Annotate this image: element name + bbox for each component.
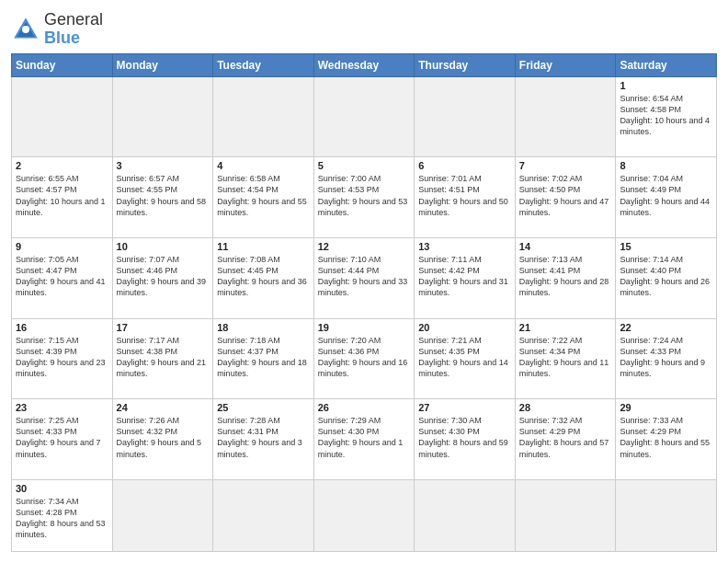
- day-number: 6: [418, 160, 511, 171]
- calendar-cell: [213, 479, 314, 551]
- day-info: Sunrise: 7:24 AM Sunset: 4:33 PM Dayligh…: [620, 335, 712, 380]
- day-number: 29: [620, 402, 712, 413]
- day-info: Sunrise: 7:05 AM Sunset: 4:47 PM Dayligh…: [16, 254, 108, 299]
- calendar-cell: 8Sunrise: 7:04 AM Sunset: 4:49 PM Daylig…: [616, 157, 717, 238]
- day-info: Sunrise: 7:29 AM Sunset: 4:30 PM Dayligh…: [318, 415, 411, 460]
- calendar-cell: [415, 479, 516, 551]
- day-number: 2: [16, 160, 108, 171]
- day-info: Sunrise: 7:33 AM Sunset: 4:29 PM Dayligh…: [620, 415, 712, 460]
- logo-icon: [11, 15, 40, 44]
- day-info: Sunrise: 7:28 AM Sunset: 4:31 PM Dayligh…: [217, 415, 310, 460]
- day-number: 7: [519, 160, 612, 171]
- calendar-cell: 7Sunrise: 7:02 AM Sunset: 4:50 PM Daylig…: [515, 157, 616, 238]
- calendar-day-header-saturday: Saturday: [616, 53, 717, 76]
- day-number: 15: [620, 241, 712, 252]
- calendar-cell: 15Sunrise: 7:14 AM Sunset: 4:40 PM Dayli…: [616, 237, 717, 318]
- calendar-header-row: SundayMondayTuesdayWednesdayThursdayFrid…: [12, 53, 717, 76]
- calendar-cell: 18Sunrise: 7:18 AM Sunset: 4:37 PM Dayli…: [213, 318, 314, 399]
- calendar-cell: [12, 76, 113, 157]
- calendar-day-header-tuesday: Tuesday: [213, 53, 314, 76]
- calendar-cell: 27Sunrise: 7:30 AM Sunset: 4:30 PM Dayli…: [415, 399, 516, 480]
- day-number: 5: [318, 160, 411, 171]
- calendar-cell: 1Sunrise: 6:54 AM Sunset: 4:58 PM Daylig…: [616, 76, 717, 157]
- day-number: 8: [620, 160, 712, 171]
- calendar-cell: 26Sunrise: 7:29 AM Sunset: 4:30 PM Dayli…: [313, 399, 415, 480]
- calendar-cell: 5Sunrise: 7:00 AM Sunset: 4:53 PM Daylig…: [313, 157, 415, 238]
- day-info: Sunrise: 7:30 AM Sunset: 4:30 PM Dayligh…: [418, 415, 511, 460]
- day-number: 27: [418, 402, 511, 413]
- calendar-cell: [313, 479, 415, 551]
- calendar-cell: 25Sunrise: 7:28 AM Sunset: 4:31 PM Dayli…: [213, 399, 314, 480]
- day-number: 1: [620, 80, 712, 91]
- calendar-cell: 11Sunrise: 7:08 AM Sunset: 4:45 PM Dayli…: [213, 237, 314, 318]
- calendar-cell: [515, 76, 616, 157]
- day-info: Sunrise: 7:18 AM Sunset: 4:37 PM Dayligh…: [217, 335, 310, 380]
- calendar-week-row: 30Sunrise: 7:34 AM Sunset: 4:28 PM Dayli…: [12, 479, 717, 551]
- calendar-week-row: 2Sunrise: 6:55 AM Sunset: 4:57 PM Daylig…: [12, 157, 717, 238]
- day-number: 16: [16, 322, 108, 333]
- calendar-day-header-friday: Friday: [515, 53, 616, 76]
- calendar-day-header-wednesday: Wednesday: [313, 53, 415, 76]
- day-info: Sunrise: 7:07 AM Sunset: 4:46 PM Dayligh…: [117, 254, 210, 299]
- day-number: 21: [519, 322, 612, 333]
- day-info: Sunrise: 7:34 AM Sunset: 4:28 PM Dayligh…: [16, 496, 108, 541]
- calendar-cell: 24Sunrise: 7:26 AM Sunset: 4:32 PM Dayli…: [112, 399, 213, 480]
- day-number: 14: [519, 241, 612, 252]
- calendar-week-row: 1Sunrise: 6:54 AM Sunset: 4:58 PM Daylig…: [12, 76, 717, 157]
- day-number: 4: [217, 160, 310, 171]
- day-number: 10: [117, 241, 210, 252]
- day-number: 24: [117, 402, 210, 413]
- day-number: 11: [217, 241, 310, 252]
- calendar-cell: 22Sunrise: 7:24 AM Sunset: 4:33 PM Dayli…: [616, 318, 717, 399]
- calendar-cell: 17Sunrise: 7:17 AM Sunset: 4:38 PM Dayli…: [112, 318, 213, 399]
- day-info: Sunrise: 7:10 AM Sunset: 4:44 PM Dayligh…: [318, 254, 411, 299]
- calendar-cell: 14Sunrise: 7:13 AM Sunset: 4:41 PM Dayli…: [515, 237, 616, 318]
- calendar-cell: 20Sunrise: 7:21 AM Sunset: 4:35 PM Dayli…: [415, 318, 516, 399]
- day-info: Sunrise: 7:32 AM Sunset: 4:29 PM Dayligh…: [519, 415, 612, 460]
- day-info: Sunrise: 7:26 AM Sunset: 4:32 PM Dayligh…: [117, 415, 210, 460]
- day-info: Sunrise: 7:20 AM Sunset: 4:36 PM Dayligh…: [318, 335, 411, 380]
- calendar-cell: 9Sunrise: 7:05 AM Sunset: 4:47 PM Daylig…: [12, 237, 113, 318]
- calendar-cell: 13Sunrise: 7:11 AM Sunset: 4:42 PM Dayli…: [415, 237, 516, 318]
- day-info: Sunrise: 6:55 AM Sunset: 4:57 PM Dayligh…: [16, 173, 108, 218]
- day-number: 20: [418, 322, 511, 333]
- day-number: 3: [117, 160, 210, 171]
- day-number: 25: [217, 402, 310, 413]
- day-info: Sunrise: 7:02 AM Sunset: 4:50 PM Dayligh…: [519, 173, 612, 218]
- day-info: Sunrise: 6:54 AM Sunset: 4:58 PM Dayligh…: [620, 93, 712, 138]
- day-info: Sunrise: 7:22 AM Sunset: 4:34 PM Dayligh…: [519, 335, 612, 380]
- day-number: 26: [318, 402, 411, 413]
- day-info: Sunrise: 7:13 AM Sunset: 4:41 PM Dayligh…: [519, 254, 612, 299]
- day-info: Sunrise: 7:01 AM Sunset: 4:51 PM Dayligh…: [418, 173, 511, 218]
- day-number: 28: [519, 402, 612, 413]
- logo-text: General Blue: [44, 11, 103, 48]
- day-number: 22: [620, 322, 712, 333]
- day-info: Sunrise: 7:17 AM Sunset: 4:38 PM Dayligh…: [117, 335, 210, 380]
- day-number: 17: [117, 322, 210, 333]
- day-number: 23: [16, 402, 108, 413]
- day-info: Sunrise: 7:08 AM Sunset: 4:45 PM Dayligh…: [217, 254, 310, 299]
- day-info: Sunrise: 6:58 AM Sunset: 4:54 PM Dayligh…: [217, 173, 310, 218]
- calendar-cell: [112, 76, 213, 157]
- calendar-cell: [415, 76, 516, 157]
- calendar-cell: 16Sunrise: 7:15 AM Sunset: 4:39 PM Dayli…: [12, 318, 113, 399]
- page: General Blue SundayMondayTuesdayWednesda…: [0, 0, 728, 563]
- calendar-cell: 4Sunrise: 6:58 AM Sunset: 4:54 PM Daylig…: [213, 157, 314, 238]
- calendar-cell: [616, 479, 717, 551]
- calendar-cell: 30Sunrise: 7:34 AM Sunset: 4:28 PM Dayli…: [12, 479, 113, 551]
- day-info: Sunrise: 7:21 AM Sunset: 4:35 PM Dayligh…: [418, 335, 511, 380]
- day-number: 12: [318, 241, 411, 252]
- calendar-cell: 3Sunrise: 6:57 AM Sunset: 4:55 PM Daylig…: [112, 157, 213, 238]
- calendar-cell: 21Sunrise: 7:22 AM Sunset: 4:34 PM Dayli…: [515, 318, 616, 399]
- day-info: Sunrise: 7:15 AM Sunset: 4:39 PM Dayligh…: [16, 335, 108, 380]
- day-info: Sunrise: 7:04 AM Sunset: 4:49 PM Dayligh…: [620, 173, 712, 218]
- calendar-cell: [313, 76, 415, 157]
- day-number: 13: [418, 241, 511, 252]
- calendar-cell: 2Sunrise: 6:55 AM Sunset: 4:57 PM Daylig…: [12, 157, 113, 238]
- calendar-week-row: 9Sunrise: 7:05 AM Sunset: 4:47 PM Daylig…: [12, 237, 717, 318]
- day-info: Sunrise: 7:14 AM Sunset: 4:40 PM Dayligh…: [620, 254, 712, 299]
- calendar-day-header-thursday: Thursday: [415, 53, 516, 76]
- calendar-cell: 23Sunrise: 7:25 AM Sunset: 4:33 PM Dayli…: [12, 399, 113, 480]
- day-number: 18: [217, 322, 310, 333]
- day-info: Sunrise: 6:57 AM Sunset: 4:55 PM Dayligh…: [117, 173, 210, 218]
